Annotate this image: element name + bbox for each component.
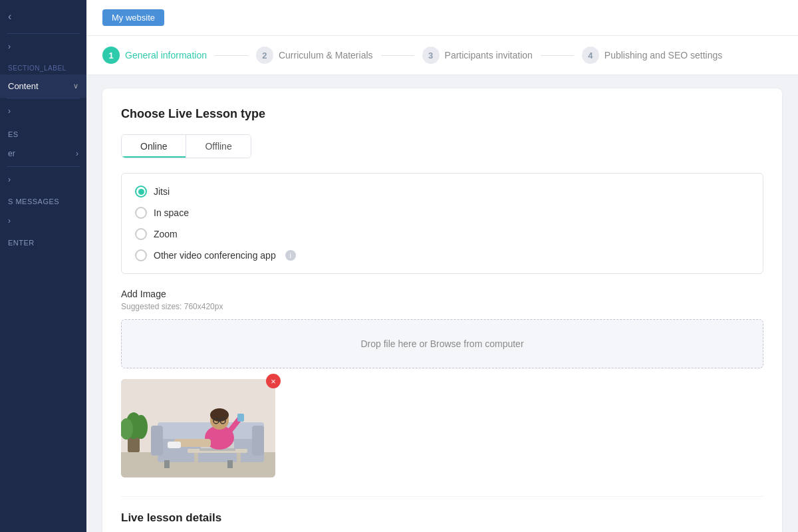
sidebar-back-button[interactable]: ‹: [0, 0, 86, 33]
svg-rect-13: [194, 453, 198, 466]
preview-svg: [121, 379, 275, 477]
svg-rect-8: [151, 426, 163, 456]
step-2[interactable]: 2 Curriculum & Materials: [256, 47, 373, 64]
sidebar-messages-label: s Messages: [0, 192, 86, 208]
radio-inspace-indicator: [135, 207, 147, 219]
chevron-right-icon-3: ›: [76, 149, 78, 158]
step-4-number: 4: [582, 47, 599, 64]
svg-rect-21: [237, 414, 244, 422]
sidebar-center-label: enter: [0, 233, 86, 249]
chevron-left-icon: ‹: [8, 11, 11, 23]
step-3-label: Participants invitation: [445, 50, 533, 61]
radio-jitsi-label: Jitsi: [154, 186, 170, 197]
step-separator-3: [541, 55, 574, 56]
svg-rect-14: [237, 453, 241, 466]
tab-online[interactable]: Online: [122, 135, 186, 158]
sidebar: ‹ › section_label Content ∨ › es er › › …: [0, 0, 86, 532]
sidebar-nav-arrow-1[interactable]: ›: [0, 34, 86, 59]
svg-point-5: [134, 415, 148, 439]
live-lesson-details-title: Live lesson details: [121, 511, 763, 525]
step-4-label: Publishing and SEO settings: [604, 50, 722, 61]
chevron-right-icon-2: ›: [8, 106, 11, 116]
svg-point-19: [210, 408, 229, 422]
svg-rect-23: [168, 442, 181, 448]
add-image-label: Add Image: [121, 289, 763, 299]
content-area: Choose Live Lesson type Online Offline J…: [86, 75, 798, 532]
svg-rect-10: [164, 460, 170, 468]
svg-rect-11: [227, 460, 233, 468]
uploaded-image-preview: [121, 379, 275, 477]
radio-zoom-indicator: [135, 228, 147, 240]
steps-navigation: 1 General information 2 Curriculum & Mat…: [86, 36, 798, 75]
sidebar-er-label: er: [8, 149, 15, 158]
sidebar-item-er[interactable]: er ›: [0, 141, 86, 166]
step-1[interactable]: 1 General information: [102, 47, 207, 64]
radio-jitsi-indicator: [135, 186, 147, 198]
chevron-right-icon-5: ›: [8, 216, 11, 225]
topbar: My website: [86, 0, 798, 36]
main-card: Choose Live Lesson type Online Offline J…: [102, 88, 782, 532]
radio-option-zoom[interactable]: Zoom: [135, 228, 749, 240]
sidebar-item-label: Content: [8, 81, 39, 91]
svg-rect-9: [252, 426, 264, 456]
radio-inspace-label: In space: [154, 207, 189, 218]
step-1-number: 1: [102, 47, 120, 64]
sidebar-nav-arrow-2[interactable]: ›: [0, 98, 86, 124]
main-content: My website 1 General information 2 Curri…: [86, 0, 798, 532]
drop-zone-text: Drop file here or Browse from computer: [360, 338, 523, 349]
tab-offline[interactable]: Offline: [186, 135, 250, 158]
step-2-label: Curriculum & Materials: [279, 50, 373, 61]
sidebar-item-content[interactable]: Content ∨: [0, 74, 86, 98]
chevron-right-icon: ›: [8, 42, 11, 51]
step-4[interactable]: 4 Publishing and SEO settings: [582, 47, 722, 64]
sidebar-nav-arrow-4[interactable]: ›: [0, 208, 86, 233]
radio-other-indicator: [135, 249, 147, 261]
section-divider: [121, 496, 763, 497]
step-separator-2: [381, 55, 414, 56]
card-title: Choose Live Lesson type: [121, 107, 763, 121]
step-separator-1: [215, 55, 248, 56]
step-3-number: 3: [422, 47, 440, 64]
remove-image-button[interactable]: ×: [266, 374, 281, 388]
chevron-down-icon: ∨: [73, 82, 78, 90]
conferencing-options: Jitsi In space Zoom Other video conferen…: [121, 173, 763, 274]
my-website-badge[interactable]: My website: [102, 9, 164, 26]
add-image-section: Add Image Suggested sizes: 760x420px Dro…: [121, 289, 763, 480]
radio-option-other[interactable]: Other video conferencing app i: [135, 249, 749, 261]
info-icon-other[interactable]: i: [285, 250, 296, 261]
radio-other-label: Other video conferencing app: [154, 250, 276, 261]
radio-option-jitsi[interactable]: Jitsi: [135, 186, 749, 198]
lesson-type-tabs: Online Offline: [121, 134, 251, 158]
sidebar-nav-arrow-3[interactable]: ›: [0, 167, 86, 192]
drop-zone[interactable]: Drop file here or Browse from computer: [121, 319, 763, 368]
radio-zoom-label: Zoom: [154, 229, 178, 239]
sidebar-section-ent: section_label: [0, 59, 86, 74]
uploaded-image-container: ×: [121, 379, 275, 477]
step-3[interactable]: 3 Participants invitation: [422, 47, 533, 64]
step-2-number: 2: [256, 47, 273, 64]
sidebar-section-label: es: [0, 124, 86, 141]
chevron-right-icon-4: ›: [8, 175, 11, 184]
step-1-label: General information: [125, 50, 207, 61]
add-image-hint: Suggested sizes: 760x420px: [121, 302, 763, 311]
radio-option-inspace[interactable]: In space: [135, 207, 749, 219]
